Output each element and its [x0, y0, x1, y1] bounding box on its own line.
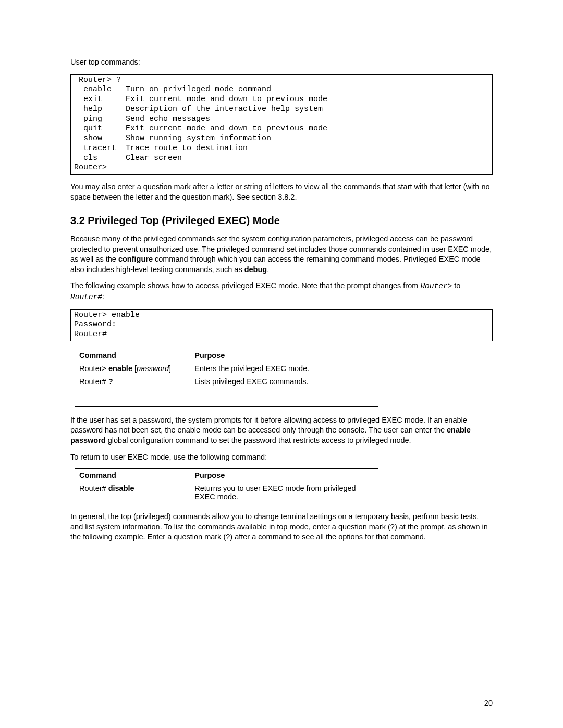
- mono-router-priv: Router#: [70, 293, 102, 301]
- section-heading-3-2: 3.2 Privileged Top (Privileged EXEC) Mod…: [70, 215, 493, 227]
- cell-command-question: Router# ?: [75, 375, 190, 406]
- text-run: The following example shows how to acces…: [70, 281, 420, 290]
- paragraph-question-mark-note: You may also enter a question mark after…: [70, 182, 493, 202]
- paragraph-return: To return to user EXEC mode, use the fol…: [70, 452, 493, 463]
- text-run: :: [102, 292, 104, 301]
- intro-paragraph: User top commands:: [70, 57, 493, 68]
- bold-debug: debug: [244, 265, 267, 274]
- text-run: [: [132, 364, 137, 373]
- text-run: global configuration command to set the …: [106, 436, 411, 445]
- bold-disable: disable: [108, 484, 134, 492]
- text-run: .: [267, 265, 269, 274]
- text-run: If the user has set a password, the syst…: [70, 416, 467, 435]
- bold-enable: enable: [108, 364, 132, 373]
- code-block-user-commands: Router> ? enable Turn on privileged mode…: [70, 74, 493, 175]
- table-row: Router# ? Lists privileged EXEC commands…: [75, 375, 378, 406]
- command-table-1: Command Purpose Router> enable [password…: [75, 349, 378, 407]
- command-table-2: Command Purpose Router# disable Returns …: [75, 468, 378, 503]
- cell-command-enable: Router> enable [password]: [75, 362, 190, 375]
- table-header-row: Command Purpose: [75, 469, 378, 482]
- paragraph-privileged-intro: Because many of the privileged commands …: [70, 234, 493, 275]
- code-block-enable: Router> enable Password: Router#: [70, 309, 493, 341]
- table-header-command: Command: [75, 349, 190, 362]
- cell-command-disable: Router# disable: [75, 482, 190, 503]
- cell-purpose-disable: Returns you to user EXEC mode from privi…: [190, 482, 378, 503]
- bold-question: ?: [108, 377, 113, 386]
- mono-router-user: Router>: [420, 282, 452, 290]
- paragraph-password-note: If the user has set a password, the syst…: [70, 415, 493, 446]
- paragraph-example-intro: The following example shows how to acces…: [70, 281, 493, 302]
- cell-purpose-enable: Enters the privileged EXEC mode.: [190, 362, 378, 375]
- text-run: to: [452, 281, 460, 290]
- document-page: User top commands: Router> ? enable Turn…: [0, 0, 563, 728]
- page-number: 20: [484, 699, 493, 707]
- bold-configure: configure: [118, 255, 153, 263]
- text-run: Router#: [79, 377, 108, 386]
- table-header-row: Command Purpose: [75, 349, 378, 362]
- table-header-purpose: Purpose: [190, 469, 378, 482]
- table-header-command: Command: [75, 469, 190, 482]
- paragraph-final: In general, the top (privileged) command…: [70, 512, 493, 542]
- table-header-purpose: Purpose: [190, 349, 378, 362]
- table-row: Router# disable Returns you to user EXEC…: [75, 482, 378, 503]
- italic-password: password: [137, 364, 169, 373]
- text-run: ]: [169, 364, 171, 373]
- cell-purpose-question: Lists privileged EXEC commands.: [190, 375, 378, 406]
- text-run: Router>: [79, 364, 108, 373]
- text-run: Router#: [79, 484, 108, 492]
- table-row: Router> enable [password] Enters the pri…: [75, 362, 378, 375]
